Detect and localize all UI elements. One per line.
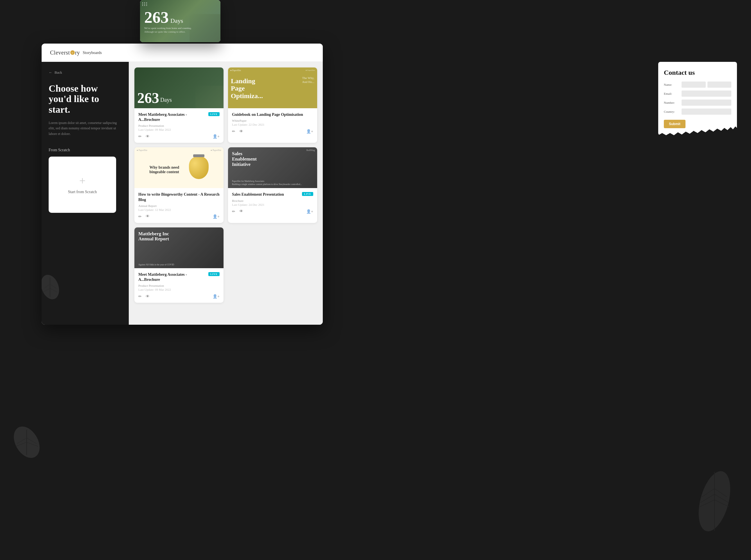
sales-title-thumb: SalesEnablementInitiative [228, 147, 317, 171]
back-button[interactable]: ← Back [48, 70, 122, 75]
nav-storyboards[interactable]: Storyboards [80, 49, 104, 56]
share-icon-4[interactable]: 👤+ [213, 294, 220, 299]
torn-paper-bottom [658, 131, 737, 139]
contact-last-name[interactable] [707, 82, 732, 88]
landing-side: The Why,And Ho... [302, 76, 314, 84]
edit-icon-5[interactable]: ✏ [232, 129, 235, 134]
card-4-subtitle: Product Presentation [138, 284, 220, 287]
story-card-4: Mattleberg IncAnnual Report Against All … [134, 227, 223, 303]
card-4-date: Last Update: 09 Mar 2022 [138, 288, 220, 291]
share-icon-2[interactable]: 👤+ [213, 214, 220, 219]
leaf-decoration-left [42, 273, 64, 302]
card-4-body: Meet Mattleberg Associates - A...Brochur… [134, 268, 223, 303]
card-5-title: Guidebook on Landing Page Optimisation [232, 112, 313, 117]
contact-number-row: Number: [664, 100, 731, 106]
card-3-actions: ✏ 👁 👤+ [232, 209, 313, 214]
contact-email-row: Email: [664, 91, 731, 97]
contact-number[interactable] [681, 100, 731, 106]
card-3-subtitle: Brochure [232, 199, 313, 202]
card-3-date: Last Update: 24 Dec 2021 [232, 203, 313, 206]
contact-country[interactable] [681, 108, 731, 115]
annual-sub-thumb: Against All Odds in the year of COVID [138, 263, 220, 266]
card-2-date: Last Update: 12 Mar 2022 [138, 208, 220, 212]
grid-dots-icon [142, 2, 147, 6]
card-1-title: Meet Mattleberg Associates - A...Brochur… [138, 112, 206, 122]
panel-description: Lorem ipsum dolor sit amet, consetetur s… [48, 120, 122, 137]
story-card-1: 263 Days Meet Mattleberg Associates - A.… [134, 67, 223, 143]
preview-icon-1[interactable]: 👁 [146, 134, 150, 139]
card-3-thumbnail: RedWing SalesEnablementInitiative Paperf… [228, 147, 317, 188]
plus-icon: + [79, 175, 86, 186]
paperflite-tag-5: ● Paperflite [230, 69, 241, 72]
story-card-2: ● Paperflite ● Paperflite Why brands nee… [134, 147, 223, 223]
share-icon-3[interactable]: 👤+ [306, 209, 313, 214]
landing-title: LandingPageOptimiza... [231, 77, 314, 100]
card-2-thumbnail: ● Paperflite ● Paperflite Why brands nee… [134, 147, 223, 188]
card-2-title: How to write Bingeworthy Content - A Res… [138, 192, 220, 202]
bee-jar-illustration [189, 157, 209, 179]
logo-text-after: ry [75, 49, 80, 56]
card-5-body: Guidebook on Landing Page Optimisation W… [228, 108, 317, 138]
sales-desc-thumb: Paperflite for Mattleberg Associates Bui… [232, 180, 313, 186]
back-label: Back [55, 70, 62, 75]
card-1-body: Meet Mattleberg Associates - A...Brochur… [134, 108, 223, 143]
from-scratch-label: From Scratch [48, 148, 122, 152]
card-5-thumbnail: ● Paperflite ● Paperflite LandingPageOpt… [228, 67, 317, 108]
card-4-actions: ✏ 👁 👤+ [138, 294, 220, 299]
big-number: 263 [137, 91, 159, 105]
bees-title-text: Why brands need bingeable content [150, 165, 186, 175]
annual-title-thumb: Mattleberg IncAnnual Report [134, 227, 223, 246]
logo-text-before: Cleverst [50, 49, 70, 56]
card-4-title: Meet Mattleberg Associates - A...Brochur… [138, 272, 206, 282]
card-5-subtitle: WhitePaper [232, 119, 313, 122]
contact-name-label: Name: [664, 83, 679, 86]
card-4-thumbnail: Mattleberg IncAnnual Report Against All … [134, 227, 223, 268]
card-3-title: Sales Enablement Presentation [232, 192, 300, 197]
card-2-subtitle: Annual Report [138, 204, 220, 207]
content-area: 263 Days Meet Mattleberg Associates - A.… [129, 62, 323, 325]
card-1-subtitle: Product Presentation [138, 124, 220, 127]
contact-first-name[interactable] [681, 82, 706, 88]
contact-number-label: Number: [664, 101, 679, 104]
contact-email[interactable] [681, 91, 731, 97]
bg-leaf-left [8, 424, 45, 462]
preview-icon-2[interactable]: 👁 [146, 214, 150, 219]
card-2-body: How to write Bingeworthy Content - A Res… [134, 188, 223, 223]
card-5-actions: ✏ 👁 👤+ [232, 129, 313, 134]
contact-name-row: Name: [664, 82, 731, 88]
app-window: Cleverst o ry Storyboards ← Back Choose … [42, 44, 323, 325]
card-3-body: Sales Enablement Presentation LIVE Broch… [228, 188, 317, 218]
preview-icon-3[interactable]: 👁 [239, 209, 243, 214]
svg-point-14 [42, 273, 62, 301]
share-icon-1[interactable]: 👤+ [213, 134, 220, 139]
contact-title: Contact us [664, 69, 731, 77]
preview-icon-4[interactable]: 👁 [146, 294, 150, 299]
edit-icon-4[interactable]: ✏ [138, 294, 142, 299]
edit-icon-1[interactable]: ✏ [138, 134, 142, 139]
share-icon-5[interactable]: 👤+ [306, 129, 313, 134]
card-4-live-badge: LIVE [208, 272, 220, 276]
card-5-date: Last Update: 22 Dec 2021 [232, 123, 313, 126]
contact-email-label: Email: [664, 92, 679, 95]
logo[interactable]: Cleverst o ry [50, 49, 80, 56]
preview-icon-5[interactable]: 👁 [239, 129, 243, 134]
people-image [195, 86, 223, 108]
panel-title: Choose how you'd like to start. [48, 83, 122, 115]
contact-name-inputs [681, 82, 731, 88]
submit-button[interactable]: Submit [664, 120, 686, 128]
card-3-live-badge: LIVE [302, 192, 313, 196]
story-card-3: RedWing SalesEnablementInitiative Paperf… [228, 147, 317, 223]
card-1-thumbnail: 263 Days [134, 67, 223, 108]
header: Cleverst o ry Storyboards [42, 44, 323, 62]
contact-country-label: Country: [664, 110, 679, 113]
contact-country-row: Country: [664, 108, 731, 115]
edit-icon-2[interactable]: ✏ [138, 214, 142, 219]
bg-leaf-right [686, 466, 743, 538]
scratch-card[interactable]: + Start from Scratch [48, 157, 116, 213]
logo-dot-icon: o [70, 50, 75, 55]
floating-preview-263: 263 Days We've spent working from home a… [140, 0, 220, 42]
edit-icon-3[interactable]: ✏ [232, 209, 235, 214]
main-nav: Storyboards [80, 50, 104, 55]
contact-panel: Contact us Name: Email: Number: Country:… [658, 62, 737, 135]
paperflite-tag-2: ● Paperflite [137, 149, 147, 152]
